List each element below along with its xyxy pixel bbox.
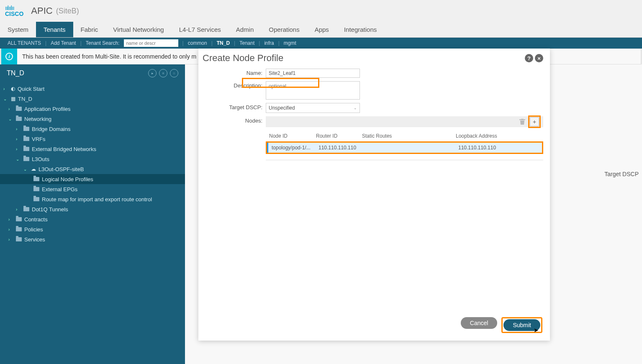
col-node-id: Node ID: [269, 133, 316, 139]
folder-icon: [16, 237, 22, 241]
modal-divider: [266, 160, 543, 160]
site-name: (SiteB): [56, 7, 79, 15]
tree-external-epgs[interactable]: External EPGs: [0, 184, 185, 194]
info-icon-box: i: [1, 49, 17, 64]
folder-icon: [23, 127, 29, 131]
folder-icon: [23, 147, 29, 151]
tree-logical-node[interactable]: Logical Node Profiles: [0, 174, 185, 184]
tree-policies[interactable]: ›Policies: [0, 224, 185, 234]
tree-bridge[interactable]: ›Bridge Domains: [0, 124, 185, 134]
nav-system[interactable]: System: [0, 22, 36, 37]
sidebar: TN_D ▸ ≡ ○ ›◐Quick Start ⌄▦TN_D ›Applica…: [0, 64, 185, 364]
sidebar-action-2-icon[interactable]: ≡: [159, 69, 167, 77]
cell-node-id: topology/pod-1/...: [272, 145, 318, 151]
subnav-add-tenant[interactable]: Add Tenant: [46, 40, 80, 46]
modal-body: Name: Description: Target DSCP: Unspecif…: [198, 65, 550, 311]
nav-virtual-networking[interactable]: Virtual Networking: [105, 22, 171, 37]
folder-icon: [23, 137, 29, 141]
folder-icon: [33, 187, 39, 191]
col-static-routes: Static Routes: [362, 133, 456, 139]
subnav-search-label: Tenant Search:: [82, 40, 124, 46]
sidebar-header: TN_D ▸ ≡ ○: [0, 64, 185, 82]
chevron-down-icon: ⌄: [354, 106, 357, 110]
sidebar-title: TN_D: [7, 69, 24, 77]
nav-integrations[interactable]: Integrations: [336, 22, 384, 37]
nav-admin[interactable]: Admin: [229, 22, 262, 37]
cell-loopback: 110.110.110.110: [458, 145, 508, 151]
folder-icon: [33, 197, 39, 201]
nodes-table: Node ID Router ID Static Routes Loopback…: [266, 131, 543, 154]
top-header: ıılıılıı CISCO APIC (SiteB): [0, 0, 642, 22]
modal-header: Create Node Profile ? ×: [198, 49, 550, 65]
tree-vrfs[interactable]: ›VRFs: [0, 134, 185, 144]
help-icon[interactable]: ?: [525, 54, 533, 62]
sidebar-action-1-icon[interactable]: ▸: [148, 69, 157, 77]
cisco-logo: ıılıılıı CISCO: [5, 5, 23, 17]
tree-dot1q[interactable]: ›Dot1Q Tunnels: [0, 204, 185, 214]
table-row[interactable]: topology/pod-1/... 110.110.110.110 110.1…: [267, 143, 542, 153]
nav-tenants[interactable]: Tenants: [36, 22, 73, 37]
nodes-toolbar: +: [266, 116, 543, 127]
tree-services[interactable]: ›Services: [0, 234, 185, 244]
col-loopback: Loopback Address: [456, 133, 506, 139]
folder-icon: [16, 107, 22, 111]
folder-icon: [16, 227, 22, 231]
subnav-all-tenants[interactable]: ALL TENANTS: [3, 40, 45, 46]
label-nodes: Nodes:: [205, 116, 266, 124]
tree-l3out-ospf[interactable]: ⌄☁L3Out-OSPF-siteB: [0, 164, 185, 174]
submit-highlight: Submit ➤: [501, 317, 542, 333]
label-name: Name:: [205, 69, 266, 76]
create-node-profile-modal: Create Node Profile ? × Name: Descriptio…: [198, 49, 550, 341]
add-node-highlight: +: [528, 115, 541, 128]
modal-title: Create Node Profile: [203, 53, 283, 64]
app-title: APIC: [31, 5, 52, 16]
tree-route-map[interactable]: Route map for import and export route co…: [0, 194, 185, 204]
tree-root[interactable]: ⌄▦TN_D: [0, 94, 185, 104]
target-dscp-select[interactable]: Unspecified ⌄: [266, 103, 360, 113]
close-icon[interactable]: ×: [535, 54, 543, 62]
tree-l3outs[interactable]: ⌄L3Outs: [0, 154, 185, 164]
description-input[interactable]: [266, 81, 360, 100]
target-dscp-value: Unspecified: [269, 105, 295, 111]
name-input[interactable]: [266, 69, 360, 78]
subnav-tnd[interactable]: TN_D: [213, 40, 234, 46]
subnav-tenant[interactable]: Tenant: [235, 40, 259, 46]
trash-icon[interactable]: [519, 118, 526, 125]
quickstart-icon: ◐: [11, 86, 15, 92]
tree-app-profiles[interactable]: ›Application Profiles: [0, 104, 185, 114]
sub-nav: ALL TENANTS | Add Tenant | Tenant Search…: [0, 38, 642, 49]
right-peek-target-dscp: Target DSCP: [604, 171, 639, 177]
tree-contracts[interactable]: ›Contracts: [0, 214, 185, 224]
cell-router-id: 110.110.110.110: [318, 145, 365, 151]
grid-icon: ▦: [11, 96, 15, 102]
nav-operations[interactable]: Operations: [261, 22, 307, 37]
subnav-common[interactable]: common: [184, 40, 211, 46]
add-node-button[interactable]: +: [530, 117, 539, 126]
tree-ext-bridged[interactable]: ›External Bridged Networks: [0, 144, 185, 154]
folder-icon: [23, 207, 29, 211]
table-row-highlight: topology/pod-1/... 110.110.110.110 110.1…: [266, 141, 543, 154]
sidebar-action-3-icon[interactable]: ○: [170, 69, 178, 77]
info-banner-text: This has been created from Multi-Site. I…: [17, 53, 196, 60]
subnav-mgmt[interactable]: mgmt: [280, 40, 300, 46]
tree-networking[interactable]: ⌄Networking: [0, 114, 185, 124]
cursor-icon: ➤: [534, 327, 539, 333]
folder-icon: [23, 157, 29, 161]
nav-apps[interactable]: Apps: [307, 22, 336, 37]
col-router-id: Router ID: [316, 133, 362, 139]
label-target-dscp: Target DSCP:: [205, 103, 266, 110]
folder-icon: [33, 177, 39, 181]
nav-fabric[interactable]: Fabric: [73, 22, 106, 37]
subnav-infra[interactable]: infra: [260, 40, 278, 46]
tree: ›◐Quick Start ⌄▦TN_D ›Application Profil…: [0, 82, 185, 246]
modal-footer: Cancel Submit ➤: [198, 311, 550, 341]
folder-icon: [16, 117, 22, 121]
cloud-icon: ☁: [31, 166, 36, 172]
tenant-search-input[interactable]: [124, 39, 178, 47]
tree-quick-start[interactable]: ›◐Quick Start: [0, 84, 185, 94]
folder-icon: [16, 217, 22, 221]
cancel-button[interactable]: Cancel: [461, 317, 498, 329]
info-icon: i: [5, 53, 13, 60]
nav-l4l7[interactable]: L4-L7 Services: [172, 22, 229, 37]
main-nav: System Tenants Fabric Virtual Networking…: [0, 22, 642, 38]
